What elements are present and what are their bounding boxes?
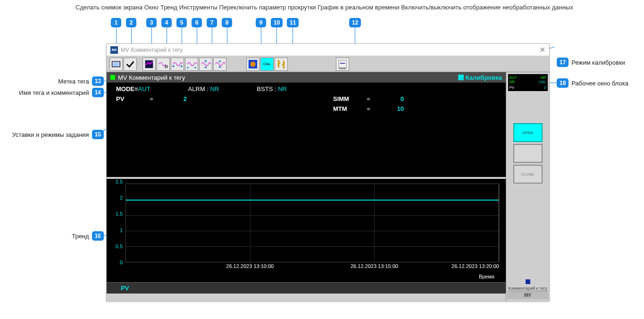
- toolbar: CAL ▬▬RAW: [107, 56, 549, 72]
- svg-text:▬▬: ▬▬: [340, 61, 346, 64]
- window-title: MV Комментарий к тегу: [121, 47, 539, 53]
- y-tick: 2: [120, 195, 123, 201]
- x-tick: 26.12.2023 13:10:00: [226, 263, 274, 269]
- callout-5: 5: [176, 18, 187, 27]
- y-tick: 2.5: [116, 179, 123, 185]
- series-line: [126, 200, 499, 201]
- callout-4: 4: [161, 18, 172, 27]
- calib-mark-icon: [458, 75, 464, 80]
- callout-10: 10: [271, 18, 283, 27]
- trend-scroll-button[interactable]: [171, 58, 184, 71]
- statusbar: [107, 294, 506, 301]
- callout-1: 1: [111, 18, 121, 27]
- middle-button[interactable]: [513, 144, 543, 163]
- callout-8: 8: [222, 18, 232, 27]
- y-tick: 0: [120, 260, 123, 265]
- ann-13: Метка тега13: [28, 76, 104, 86]
- titlebar: AK MV Комментарий к тегу ✕: [107, 44, 549, 56]
- param-row[interactable]: MTM = 10: [333, 105, 456, 112]
- open-button[interactable]: OPEN: [513, 123, 543, 142]
- y-tick: 1: [120, 227, 123, 233]
- tag-header: MV Комментарий к тегу Калибровка: [107, 72, 506, 83]
- app-window: AK MV Комментарий к тегу ✕ CAL ▬▬RAW MV …: [106, 43, 550, 302]
- confirm-button[interactable]: [124, 58, 137, 71]
- ann-14: Имя тега и комментарий14: [5, 88, 104, 97]
- callout-11: 11: [287, 18, 299, 27]
- svg-rect-3: [165, 65, 166, 67]
- y-tick: 0.5: [116, 243, 123, 249]
- callout-2: 2: [126, 18, 136, 27]
- param-row[interactable]: SIMM = 0: [333, 95, 456, 102]
- param-row[interactable]: PV = 2: [116, 95, 239, 102]
- tag-title: MV Комментарий к тегу: [118, 74, 458, 81]
- callout-3: 3: [146, 18, 157, 27]
- trend-tools-button[interactable]: [185, 58, 198, 71]
- status-square-icon: [526, 279, 530, 284]
- close-button[interactable]: CLOSE: [513, 165, 543, 184]
- alrm-field: ALRM : NR: [188, 85, 219, 92]
- calibration-mode-label: Калибровка: [466, 74, 502, 81]
- side-mv-label: MV: [507, 291, 548, 299]
- app-icon: AK: [110, 46, 118, 54]
- callout-9: 9: [256, 18, 266, 27]
- trend-expand-v-button[interactable]: [199, 58, 212, 71]
- calibration-button[interactable]: CAL: [260, 58, 274, 71]
- side-comment: Комментарий к тегу: [507, 286, 548, 291]
- svg-rect-1: [114, 63, 119, 66]
- screenshot-button[interactable]: [109, 58, 123, 71]
- main-panel: MV Комментарий к тегу Калибровка MODE=AU…: [107, 72, 506, 301]
- ann-17: 17Режим калибровки: [557, 58, 625, 67]
- ann-15: Уставки и режимы задания15: [0, 130, 104, 139]
- top-callout-row: 1 2 3 4 5 6 7 8 9 10 11 12: [0, 18, 644, 32]
- x-tick: 26.12.2023 13:20:00: [452, 263, 499, 269]
- block-mini-panel[interactable]: AUTNR NRCAL PV2: [508, 74, 548, 91]
- svg-rect-4: [167, 65, 167, 67]
- block-sidebar: AUTNR NRCAL PV2 OPEN CLOSE Комментарий к…: [506, 72, 549, 301]
- parameters-area: MODE=AUT ALRM : NR BSTS : NR PV = 2: [107, 83, 506, 177]
- bsts-field: BSTS : NR: [257, 85, 287, 92]
- settings-button[interactable]: [275, 58, 288, 71]
- top-annotation-text: Сделать снимок экрана Окно Тренд Инструм…: [75, 4, 573, 11]
- callout-12: 12: [349, 18, 361, 27]
- trend-chart[interactable]: 00.511.522.5 Время 26.12.2023 13:10:0026…: [107, 177, 506, 282]
- tag-mark-icon: [110, 75, 115, 80]
- mode-field[interactable]: MODE=AUT: [116, 85, 151, 92]
- trend-compress-v-button[interactable]: [213, 58, 226, 71]
- x-axis-label: Время: [479, 274, 494, 279]
- ann-16: Тренд16: [47, 231, 104, 241]
- callout-6: 6: [192, 18, 202, 27]
- ann-18: 18Рабочее окно блока: [557, 78, 628, 88]
- x-tick: 26.12.2023 13:15:00: [351, 263, 398, 269]
- close-icon[interactable]: ✕: [539, 45, 545, 54]
- svg-point-6: [251, 61, 256, 67]
- realtime-chart-button[interactable]: [246, 58, 259, 71]
- raw-data-button[interactable]: ▬▬RAW: [336, 58, 349, 71]
- window-button[interactable]: [142, 58, 156, 71]
- chart-legend: PV: [107, 282, 506, 294]
- trend-pause-button[interactable]: [157, 58, 170, 71]
- callout-7: 7: [207, 18, 217, 27]
- y-tick: 1.5: [116, 211, 123, 217]
